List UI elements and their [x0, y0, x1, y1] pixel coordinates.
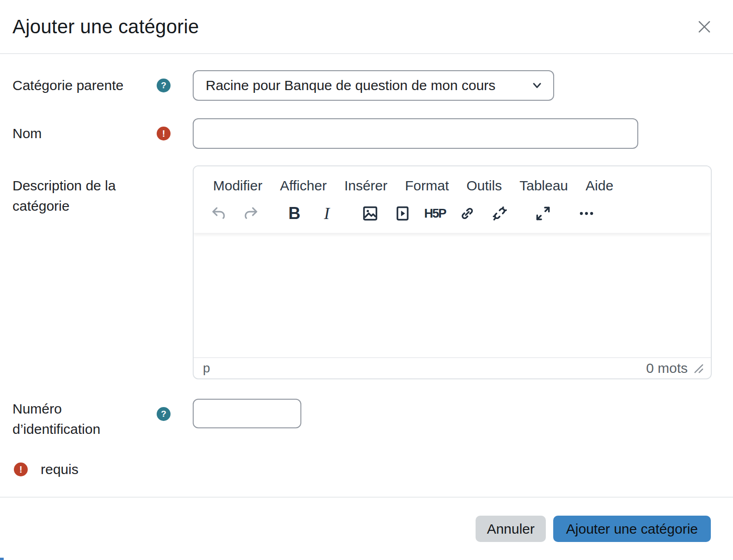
insert-media-button[interactable]: [391, 202, 414, 225]
modal-body: Catégorie parente ? Racine pour Banque d…: [0, 54, 733, 477]
insert-h5p-button[interactable]: H5P: [424, 202, 446, 225]
menu-inserer[interactable]: Insérer: [343, 177, 388, 195]
ellipsis-icon: [578, 205, 595, 222]
modal-title: Ajouter une catégorie: [12, 16, 199, 38]
help-icon[interactable]: ?: [157, 407, 171, 421]
submit-button[interactable]: Ajouter une catégorie: [553, 516, 711, 542]
help-icon[interactable]: ?: [157, 79, 171, 92]
link-icon: [458, 205, 476, 222]
fullscreen-button[interactable]: [532, 202, 554, 225]
idnumber-row: Numéro d’identification ?: [12, 399, 712, 439]
required-note: ! requis: [12, 462, 712, 477]
remove-link-button[interactable]: [489, 202, 511, 225]
insert-image-button[interactable]: [359, 202, 381, 225]
description-label: Description de la catégorie: [12, 176, 171, 216]
media-icon: [394, 205, 411, 222]
name-label: Nom: [12, 123, 42, 144]
editor-menubar: Modifier Afficher Insérer Format Outils …: [194, 166, 711, 197]
editor-content-area[interactable]: [194, 233, 711, 357]
menu-modifier[interactable]: Modifier: [212, 177, 263, 195]
fullscreen-icon: [534, 205, 552, 222]
parent-category-label: Catégorie parente: [12, 75, 123, 96]
editor-toolbar: B I: [194, 197, 711, 233]
parent-category-row: Catégorie parente ? Racine pour Banque d…: [12, 70, 712, 101]
h5p-icon: H5P: [424, 207, 446, 221]
resize-handle-icon[interactable]: [693, 363, 703, 373]
cancel-button[interactable]: Annuler: [476, 516, 545, 542]
required-icon: !: [157, 127, 171, 140]
word-count[interactable]: 0 mots: [646, 360, 688, 376]
element-path[interactable]: p: [203, 361, 210, 376]
close-icon: [696, 18, 713, 36]
name-input[interactable]: [193, 118, 638, 149]
insert-link-button[interactable]: [456, 202, 478, 225]
modal-footer: Annuler Ajouter une catégorie: [0, 497, 733, 560]
menu-tableau[interactable]: Tableau: [519, 177, 569, 195]
required-icon: !: [14, 463, 28, 476]
unlink-icon: [491, 205, 508, 222]
redo-button[interactable]: [240, 202, 262, 225]
redo-icon: [242, 205, 260, 222]
idnumber-label: Numéro d’identification: [12, 399, 128, 439]
page-edge-artifact: [0, 558, 4, 560]
menu-afficher[interactable]: Afficher: [279, 177, 328, 195]
rich-text-editor: Modifier Afficher Insérer Format Outils …: [193, 165, 712, 379]
image-icon: [361, 205, 379, 222]
required-note-label: requis: [41, 462, 79, 477]
description-row: Description de la catégorie Modifier Aff…: [12, 165, 712, 379]
close-button[interactable]: [694, 17, 715, 37]
parent-category-selected-value: Racine pour Banque de question de mon co…: [206, 78, 495, 93]
menu-aide[interactable]: Aide: [585, 177, 614, 195]
undo-icon: [210, 205, 227, 222]
undo-button[interactable]: [208, 202, 230, 225]
modal-header: Ajouter une catégorie: [0, 0, 733, 54]
bold-button[interactable]: B: [283, 202, 305, 225]
idnumber-input[interactable]: [193, 399, 301, 428]
parent-category-select[interactable]: Racine pour Banque de question de mon co…: [193, 70, 554, 101]
name-row: Nom !: [12, 118, 712, 149]
bold-icon: B: [288, 204, 300, 223]
italic-button[interactable]: I: [316, 202, 338, 225]
italic-icon: I: [324, 204, 330, 223]
menu-outils[interactable]: Outils: [465, 177, 503, 195]
menu-format[interactable]: Format: [404, 177, 450, 195]
more-options-button[interactable]: [575, 202, 598, 225]
editor-statusbar: p 0 mots: [194, 357, 711, 378]
